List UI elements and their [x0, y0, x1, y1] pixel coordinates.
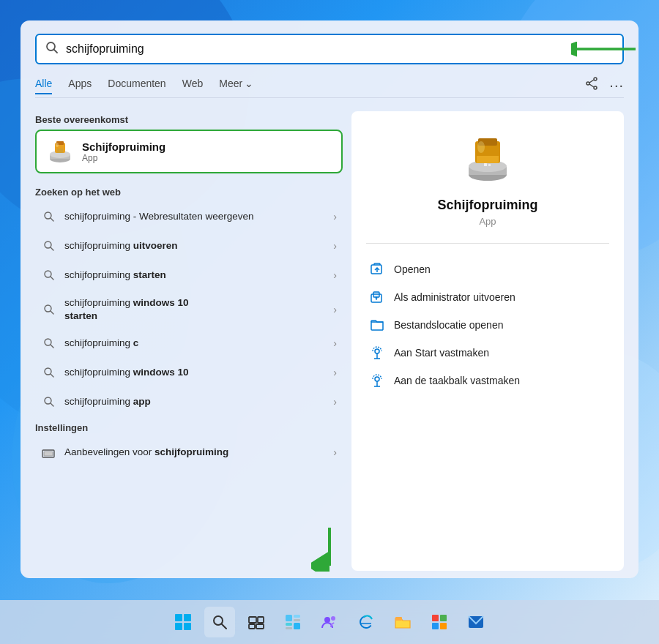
search-web-icon-1: [41, 209, 57, 225]
taskbar-search[interactable]: [204, 607, 235, 637]
more-options-icon[interactable]: ···: [609, 77, 624, 94]
svg-rect-52: [184, 614, 191, 621]
web-item-7[interactable]: schijfopruiming app ›: [35, 387, 343, 416]
svg-rect-71: [440, 615, 447, 621]
folder-icon: [369, 317, 385, 333]
svg-rect-62: [294, 615, 300, 618]
settings-item-text-1: Aanbevelingen voor schijfopruiming: [64, 446, 333, 459]
search-box: [35, 34, 624, 64]
right-panel: Schijfopruiming App Openen: [351, 111, 624, 571]
best-match-item[interactable]: Schijfopruiming App: [35, 130, 343, 173]
svg-line-27: [51, 374, 53, 377]
web-item-6[interactable]: schijfopruiming windows 10 ›: [35, 358, 343, 387]
taskbar-mail[interactable]: [461, 607, 491, 637]
web-item-3[interactable]: schijfopruiming starten ›: [35, 261, 343, 290]
search-input[interactable]: [66, 42, 614, 56]
svg-rect-40: [488, 164, 491, 166]
svg-line-56: [222, 624, 226, 629]
svg-rect-64: [286, 623, 292, 626]
web-item-arrow-3: ›: [333, 269, 337, 281]
svg-line-23: [51, 311, 53, 314]
taskbar-edge[interactable]: [351, 607, 381, 637]
svg-point-55: [214, 616, 223, 625]
svg-rect-73: [440, 623, 447, 629]
taskbar-taskview[interactable]: [241, 607, 272, 637]
svg-point-48: [375, 377, 379, 381]
best-match-app-icon: [47, 138, 73, 165]
settings-item-1[interactable]: Aanbevelingen voor schijfopruiming ›: [35, 438, 343, 467]
svg-line-19: [51, 247, 53, 250]
settings-item-arrow-1: ›: [333, 446, 337, 458]
action-admin[interactable]: Als administrator uitvoeren: [366, 283, 609, 311]
web-item-text-3: schijfopruiming starten: [64, 269, 333, 282]
admin-icon: [369, 289, 385, 305]
svg-rect-70: [432, 615, 439, 621]
action-bestandslocatie-label: Bestandslocatie openen: [394, 319, 503, 331]
taskbar-start[interactable]: [168, 607, 198, 637]
svg-rect-53: [175, 623, 182, 630]
share-icon[interactable]: [584, 76, 599, 94]
tab-meer[interactable]: Meer ⌄: [219, 78, 253, 94]
svg-rect-54: [184, 623, 191, 630]
search-web-icon-6: [41, 364, 57, 381]
svg-rect-69: [395, 617, 402, 621]
taskbar-teams[interactable]: [314, 607, 345, 637]
action-openen-label: Openen: [394, 263, 431, 275]
action-pin-taskbar[interactable]: Aan de taakbalk vastmaken: [366, 367, 609, 394]
content-area: Beste overeenkomst: [35, 111, 624, 571]
svg-point-67: [324, 617, 330, 623]
web-item-4[interactable]: schijfopruiming windows 10starten ›: [35, 290, 343, 329]
web-item-text-5: schijfopruiming c: [64, 337, 333, 350]
action-pin-start-label: Aan Start vastmaken: [394, 347, 489, 359]
nav-right-actions: ···: [584, 76, 624, 94]
web-item-arrow-1: ›: [333, 211, 337, 222]
svg-rect-39: [484, 163, 487, 166]
svg-rect-59: [249, 624, 255, 629]
action-bestandslocatie[interactable]: Bestandslocatie openen: [366, 311, 609, 339]
svg-line-8: [589, 84, 594, 87]
tab-web[interactable]: Web: [182, 78, 204, 94]
svg-rect-58: [258, 617, 264, 623]
web-item-text-7: schijfopruiming app: [64, 395, 333, 408]
svg-point-68: [331, 616, 335, 621]
svg-point-6: [587, 82, 589, 85]
web-item-1[interactable]: schijfopruiming - Webresultaten weergeve…: [35, 202, 343, 231]
svg-point-4: [594, 78, 597, 80]
tab-documenten[interactable]: Documenten: [108, 78, 165, 94]
settings-item-icon-1: [41, 444, 57, 460]
svg-line-29: [51, 403, 53, 406]
search-web-icon-2: [41, 238, 57, 254]
web-item-5[interactable]: schijfopruiming c ›: [35, 329, 343, 358]
svg-point-47: [375, 349, 379, 353]
web-search-label: Zoeken op het web: [35, 187, 343, 198]
svg-rect-44: [373, 292, 379, 297]
svg-point-45: [376, 297, 378, 299]
instellingen-label: Instellingen: [35, 422, 343, 433]
right-panel-subtitle: App: [479, 216, 496, 227]
taskbar: [0, 600, 659, 644]
tab-apps[interactable]: Apps: [68, 78, 92, 94]
svg-rect-37: [477, 156, 499, 163]
tab-alle[interactable]: Alle: [35, 78, 52, 94]
svg-rect-57: [249, 617, 256, 623]
search-web-icon-3: [41, 267, 57, 283]
svg-line-7: [589, 80, 594, 83]
search-panel: Alle Apps Documenten Web Meer ⌄ ···: [21, 20, 638, 578]
pin-start-icon: [369, 345, 385, 361]
right-panel-app-icon: [458, 129, 517, 187]
taskbar-widgets[interactable]: [278, 607, 308, 637]
svg-rect-60: [256, 624, 264, 629]
taskbar-explorer[interactable]: [387, 607, 418, 637]
svg-rect-63: [294, 619, 300, 621]
taskbar-store[interactable]: [424, 607, 455, 637]
web-item-text-1: schijfopruiming - Webresultaten weergeve…: [64, 210, 333, 223]
search-web-icon-7: [41, 394, 57, 410]
action-openen[interactable]: Openen: [366, 255, 609, 283]
web-item-2[interactable]: schijfopruiming uitvoeren ›: [35, 231, 343, 261]
svg-line-1: [54, 50, 58, 53]
action-pin-start[interactable]: Aan Start vastmaken: [366, 339, 609, 367]
web-item-arrow-6: ›: [333, 367, 337, 378]
svg-line-25: [51, 345, 53, 348]
svg-point-15: [56, 143, 59, 147]
svg-rect-65: [286, 627, 292, 629]
